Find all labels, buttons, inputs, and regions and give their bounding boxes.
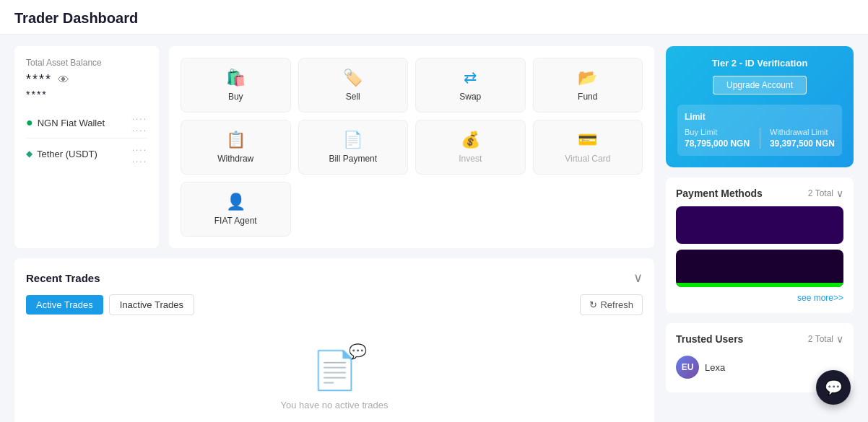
trusted-user-name: Lexa bbox=[705, 362, 725, 373]
tu-chevron-icon[interactable]: ∨ bbox=[836, 333, 843, 345]
ngn-value1: .... bbox=[132, 112, 147, 122]
buy-button[interactable]: 🛍️ Buy bbox=[181, 58, 291, 113]
find-offers-container: Find Offers bbox=[26, 418, 643, 422]
limit-title: Limit bbox=[685, 112, 835, 122]
trades-tabs: Active Trades Inactive Trades ↻ Refresh bbox=[26, 294, 643, 315]
bill-payment-label: Bill Payment bbox=[329, 154, 377, 164]
fiat-agent-label: FIAT Agent bbox=[214, 216, 257, 226]
bill-payment-button[interactable]: 📄 Bill Payment bbox=[298, 120, 409, 175]
tu-header: Trusted Users 2 Total ∨ bbox=[676, 333, 843, 345]
virtual-card-label: Virtual Card bbox=[565, 154, 610, 164]
recent-trades-card: Recent Trades ∨ Active Trades Inactive T… bbox=[14, 258, 654, 422]
empty-state: 📄 💬 You have no active trades bbox=[26, 327, 643, 418]
trusted-users-count: 2 Total bbox=[808, 334, 833, 344]
ngn-value2: .... bbox=[132, 123, 147, 133]
virtual-card-icon: 💳 bbox=[578, 131, 597, 149]
list-item[interactable]: ● NGN Fiat Wallet .... .... bbox=[26, 107, 147, 139]
tier-title: Tier 2 - ID Verification bbox=[677, 58, 842, 69]
sell-button[interactable]: 🏷️ Sell bbox=[298, 58, 409, 113]
withdrawal-limit-col: Withdrawal Limit 39,397,500 NGN bbox=[770, 128, 835, 149]
chat-icon: 💬 bbox=[825, 379, 843, 396]
fiat-agent-button[interactable]: 👤 FIAT Agent bbox=[181, 182, 291, 237]
list-item[interactable]: ◆ Tether (USDT) .... .... bbox=[26, 139, 147, 169]
chat-fab-button[interactable]: 💬 bbox=[816, 370, 851, 405]
tab-inactive-trades[interactable]: Inactive Trades bbox=[109, 294, 194, 315]
ngn-wallet-name: NGN Fiat Wallet bbox=[38, 118, 105, 128]
ngn-icon: ● bbox=[26, 116, 33, 129]
invest-label: Invest bbox=[459, 154, 482, 164]
virtual-card-button[interactable]: 💳 Virtual Card bbox=[533, 120, 643, 175]
withdraw-button[interactable]: 📋 Withdraw bbox=[181, 120, 291, 175]
swap-icon: ⇄ bbox=[464, 69, 477, 87]
recent-trades-title: Recent Trades bbox=[26, 272, 100, 284]
empty-illustration: 📄 💬 bbox=[311, 348, 358, 392]
invest-icon: 💰 bbox=[461, 131, 480, 149]
usdt-value1: .... bbox=[132, 143, 147, 153]
fund-label: Fund bbox=[578, 92, 597, 102]
payment-card-bar bbox=[676, 283, 843, 287]
pm-chevron-icon[interactable]: ∨ bbox=[836, 188, 843, 199]
payment-card-1[interactable] bbox=[676, 206, 843, 244]
buy-icon: 🛍️ bbox=[226, 69, 246, 87]
pm-header: Payment Methods 2 Total ∨ bbox=[676, 188, 843, 199]
fund-icon: 📂 bbox=[578, 69, 597, 87]
withdrawal-limit-value: 39,397,500 NGN bbox=[770, 139, 835, 149]
withdrawal-limit-label: Withdrawal Limit bbox=[770, 128, 835, 136]
balance-label: Total Asset Balance bbox=[26, 58, 147, 68]
balance-card: Total Asset Balance **** 👁 **** ● NGN Fi… bbox=[14, 46, 159, 248]
refresh-label: Refresh bbox=[600, 299, 633, 310]
avatar: EU bbox=[676, 356, 699, 379]
limit-divider bbox=[760, 128, 760, 149]
payment-methods-title: Payment Methods bbox=[676, 188, 763, 199]
page-title: Trader Dashboard bbox=[0, 0, 868, 35]
action-grid: 🛍️ Buy 🏷️ Sell ⇄ Swap 📂 bbox=[181, 58, 643, 237]
refresh-icon: ↻ bbox=[589, 299, 597, 310]
empty-text: You have no active trades bbox=[280, 400, 388, 410]
withdraw-label: Withdraw bbox=[217, 154, 253, 164]
wallet-list: ● NGN Fiat Wallet .... .... ◆ Teth bbox=[26, 107, 147, 169]
left-panel: Total Asset Balance **** 👁 **** ● NGN Fi… bbox=[14, 46, 654, 422]
section-header: Recent Trades ∨ bbox=[26, 270, 643, 286]
limit-row: Buy Limit 78,795,000 NGN Withdrawal Limi… bbox=[685, 128, 835, 149]
payment-see-more[interactable]: see more>> bbox=[676, 293, 843, 303]
buy-label: Buy bbox=[228, 92, 243, 102]
buy-limit-value: 78,795,000 NGN bbox=[685, 139, 750, 149]
action-grid-card: 🛍️ Buy 🏷️ Sell ⇄ Swap 📂 bbox=[169, 46, 654, 248]
tu-count-section: 2 Total ∨ bbox=[808, 333, 843, 345]
sell-icon: 🏷️ bbox=[343, 69, 363, 87]
payment-methods-count: 2 Total bbox=[808, 188, 833, 198]
fund-button[interactable]: 📂 Fund bbox=[533, 58, 643, 113]
buy-limit-label: Buy Limit bbox=[685, 128, 750, 136]
tab-active-trades[interactable]: Active Trades bbox=[26, 295, 103, 315]
usdt-icon: ◆ bbox=[26, 149, 32, 159]
fiat-agent-icon: 👤 bbox=[226, 193, 246, 211]
withdraw-icon: 📋 bbox=[226, 131, 246, 149]
swap-label: Swap bbox=[459, 92, 481, 102]
bill-payment-icon: 📄 bbox=[343, 131, 363, 149]
upgrade-account-button[interactable]: Upgrade Account bbox=[713, 76, 807, 94]
collapse-icon[interactable]: ∨ bbox=[633, 270, 643, 286]
refresh-button[interactable]: ↻ Refresh bbox=[580, 294, 643, 315]
swap-button[interactable]: ⇄ Swap bbox=[415, 58, 526, 113]
payment-methods-card: Payment Methods 2 Total ∨ see more>> bbox=[666, 177, 854, 313]
trusted-users-title: Trusted Users bbox=[676, 333, 743, 345]
usdt-value2: .... bbox=[132, 154, 147, 164]
limit-section: Limit Buy Limit 78,795,000 NGN Withdrawa… bbox=[677, 105, 842, 156]
balance-stars: **** 👁 bbox=[26, 72, 147, 87]
usdt-wallet-name: Tether (USDT) bbox=[37, 149, 97, 159]
pm-count-section: 2 Total ∨ bbox=[808, 188, 843, 199]
balance-stars2: **** bbox=[26, 89, 147, 100]
payment-card-2[interactable] bbox=[676, 250, 843, 287]
tier-card: Tier 2 - ID Verification Upgrade Account… bbox=[666, 46, 854, 167]
sell-label: Sell bbox=[346, 92, 360, 102]
right-panel: Tier 2 - ID Verification Upgrade Account… bbox=[666, 46, 854, 422]
empty-chat-icon: 💬 bbox=[349, 343, 367, 360]
eye-icon[interactable]: 👁 bbox=[58, 74, 71, 87]
buy-limit-col: Buy Limit 78,795,000 NGN bbox=[685, 128, 750, 149]
invest-button[interactable]: 💰 Invest bbox=[415, 120, 526, 175]
